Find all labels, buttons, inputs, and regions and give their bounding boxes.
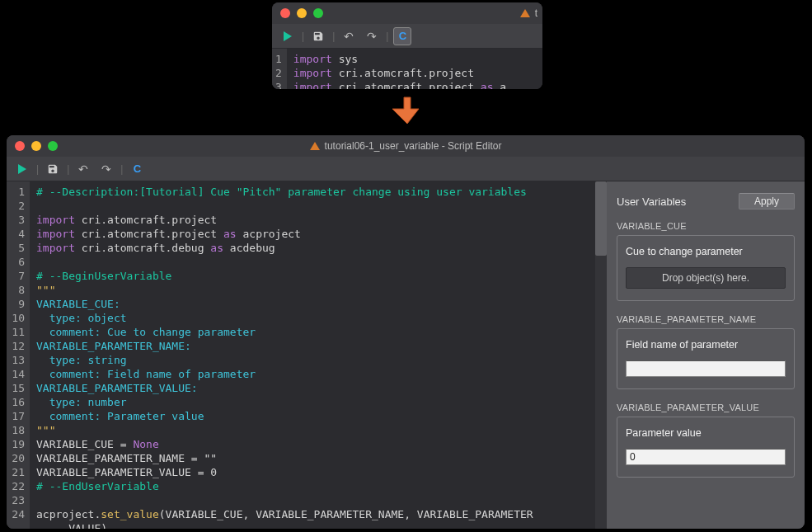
run-button[interactable] <box>279 27 297 45</box>
app-logo-icon <box>310 142 320 150</box>
maximize-icon[interactable] <box>313 8 323 18</box>
play-icon <box>284 31 292 41</box>
parameter-value-field[interactable] <box>626 449 786 465</box>
parameter-name-field[interactable] <box>626 360 786 377</box>
variable-name: VARIABLE_CUE <box>617 221 795 231</box>
separator: | <box>302 31 304 42</box>
panel-title: User Variables <box>617 195 686 208</box>
code-area[interactable]: import sys import cri.atomcraft.project … <box>287 49 542 89</box>
redo-button[interactable]: ↷ <box>97 160 115 178</box>
editor-pane: 123456789101112131415161718192021222324 … <box>7 181 607 529</box>
code-editor[interactable]: 123456789101112131415161718192021222324 … <box>7 181 607 529</box>
variable-box-parameter-value: Parameter value <box>617 417 795 478</box>
user-variables-panel: User Variables Apply VARIABLE_CUE Cue to… <box>607 181 805 529</box>
titlebar: t <box>272 2 542 24</box>
c-button[interactable]: C <box>128 160 146 178</box>
vertical-scrollbar[interactable] <box>595 181 607 529</box>
separator: | <box>36 163 39 175</box>
close-icon[interactable] <box>280 8 290 18</box>
variable-description: Field name of parameter <box>626 339 786 351</box>
gutter: 1 2 3 <box>272 49 287 89</box>
variable-description: Cue to change parameter <box>626 246 786 257</box>
variable-name: VARIABLE_PARAMETER_NAME <box>617 314 795 324</box>
separator: | <box>67 163 69 175</box>
separator: | <box>120 163 123 175</box>
separator: | <box>332 31 335 42</box>
minimize-icon[interactable] <box>297 8 307 18</box>
variable-description: Parameter value <box>626 427 786 439</box>
titlebar: tutorial06-1_user_variable - Script Edit… <box>7 135 805 157</box>
preview-window: t | | ↶ ↷ | C 1 2 3 import sys import cr… <box>272 2 542 89</box>
separator: | <box>386 31 388 42</box>
redo-button[interactable]: ↷ <box>363 27 381 45</box>
save-button[interactable] <box>44 160 62 178</box>
app-logo-icon <box>520 9 530 17</box>
maximize-icon[interactable] <box>48 141 58 151</box>
script-editor-window: tutorial06-1_user_variable - Script Edit… <box>7 135 805 529</box>
arrow-down-icon <box>392 96 422 125</box>
minimize-icon[interactable] <box>31 141 41 151</box>
undo-button[interactable]: ↶ <box>340 27 358 45</box>
apply-button[interactable]: Apply <box>739 193 795 210</box>
toolbar: | | ↶ ↷ | C <box>272 24 542 49</box>
play-icon <box>18 164 26 174</box>
save-icon <box>47 163 59 175</box>
drop-zone[interactable]: Drop object(s) here. <box>626 267 786 289</box>
window-title: tutorial06-1_user_variable - Script Edit… <box>7 140 805 152</box>
save-icon <box>312 31 324 42</box>
undo-button[interactable]: ↶ <box>74 160 92 178</box>
c-button[interactable]: C <box>393 27 411 45</box>
toolbar: | | ↶ ↷ | C <box>7 157 805 181</box>
code-editor[interactable]: 1 2 3 import sys import cri.atomcraft.pr… <box>272 49 542 89</box>
save-button[interactable] <box>309 27 327 45</box>
run-button[interactable] <box>13 160 31 178</box>
close-icon[interactable] <box>15 141 25 151</box>
gutter: 123456789101112131415161718192021222324 <box>7 181 30 529</box>
variable-box-parameter-name: Field name of parameter <box>617 328 795 389</box>
variable-box-cue: Cue to change parameter Drop object(s) h… <box>617 235 795 301</box>
code-area[interactable]: # --Description:[Tutorial] Cue "Pitch" p… <box>30 181 607 529</box>
variable-name: VARIABLE_PARAMETER_VALUE <box>617 403 795 412</box>
